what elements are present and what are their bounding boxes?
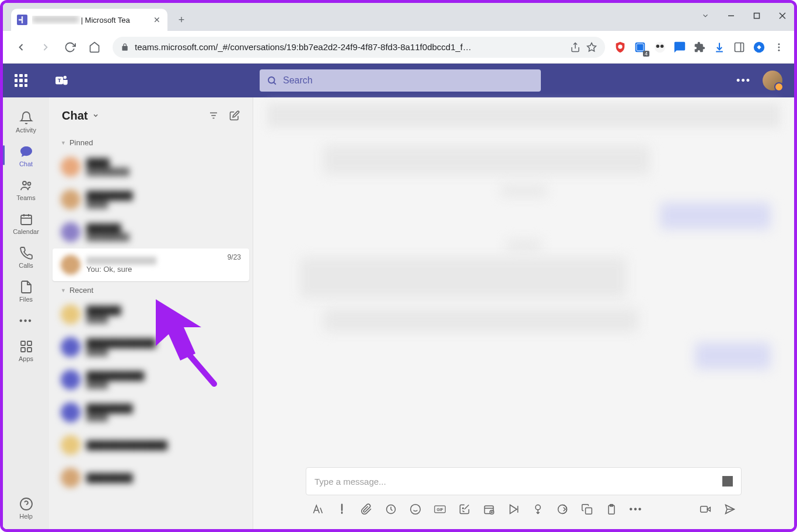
chat-timestamp: 9/23 [228,253,241,261]
ext-chat-icon[interactable] [673,40,687,54]
svg-point-17 [778,43,780,45]
chat-item[interactable]: ██████████ [53,298,249,331]
priority-icon[interactable] [336,503,348,515]
svg-point-22 [64,76,67,79]
minimize-icon[interactable] [726,11,736,20]
extensions-icon[interactable] [693,40,707,54]
send-icon[interactable] [724,503,736,515]
search-bar[interactable] [260,69,541,92]
rail-activity[interactable]: Activity [7,106,46,137]
svg-rect-56 [586,508,592,514]
search-input[interactable] [283,75,534,86]
attach-icon[interactable] [361,503,372,515]
help-icon [19,496,34,512]
rail-calls[interactable]: Calls [7,241,46,272]
teams-header: T ••• [3,64,794,97]
rail-more[interactable]: ••• [7,309,46,332]
svg-point-35 [20,498,32,510]
pinned-section-header[interactable]: ▼ Pinned [49,134,253,150]
window-controls [701,11,787,20]
section-label: Recent [69,286,93,295]
sticker-icon[interactable] [459,503,470,515]
ext-circle-icon[interactable] [752,40,766,54]
chat-list-title: Chat [62,109,88,123]
rail-files[interactable]: Files [7,275,46,306]
new-tab-button[interactable]: + [173,12,190,28]
svg-point-25 [23,181,26,185]
file-icon [19,279,34,295]
emoji-square-icon[interactable] [722,476,733,487]
emoji-icon[interactable] [410,503,421,515]
download-icon[interactable] [712,40,726,54]
chat-item[interactable]: ██████████████ [53,363,249,396]
loop-icon[interactable] [385,503,397,515]
chat-name [86,257,156,265]
chat-item[interactable]: ████████ [53,461,249,494]
chevron-down-icon[interactable] [701,11,710,20]
url-bar[interactable]: teams.microsoft.com/_#/conversations/19:… [113,37,605,58]
user-avatar[interactable] [763,71,782,90]
chat-item[interactable]: ████████████ [53,183,249,216]
more-actions-icon[interactable]: ••• [630,503,642,515]
svg-point-18 [778,46,780,48]
rail-help[interactable]: Help [7,492,46,523]
chat-avatar [61,255,81,275]
chat-item[interactable]: ████████████ [53,150,249,183]
rail-chat[interactable]: Chat [7,139,46,171]
chat-item-selected[interactable]: You: Ok, sure 9/23 [53,249,249,281]
tab-close-icon[interactable]: ✕ [152,15,162,24]
new-chat-icon[interactable] [229,110,240,121]
message-input[interactable] [314,477,722,487]
forward-button[interactable] [36,37,55,57]
chat-item[interactable]: ████████████ [53,396,249,429]
message-list [253,134,794,467]
share-icon[interactable] [570,42,581,52]
chat-item[interactable]: ████████████████ [53,331,249,363]
ext-translate-icon[interactable]: 4 [633,40,647,54]
svg-rect-33 [21,348,25,352]
svg-line-24 [274,82,275,84]
viva-icon[interactable] [557,503,568,515]
ext-ublock-icon[interactable] [613,40,627,54]
svg-point-19 [778,49,780,51]
section-label: Pinned [69,138,93,147]
approvals-icon[interactable] [532,503,544,515]
ext-panda-icon[interactable] [653,40,667,54]
browser-tab[interactable]: | Microsoft Tea ✕ [11,9,167,31]
settings-menu-icon[interactable]: ••• [736,75,751,87]
video-icon[interactable] [700,503,711,515]
svg-marker-52 [510,505,517,514]
close-icon[interactable] [778,11,787,20]
app-launcher-icon[interactable] [15,74,27,87]
recent-section-header[interactable]: ▼ Recent [49,281,253,298]
schedule-icon[interactable] [483,503,495,515]
sidepanel-icon[interactable] [732,40,746,54]
format-icon[interactable] [312,503,323,515]
compose-input-box[interactable] [306,467,742,495]
chat-preview: You: Ok, sure [86,265,222,274]
rail-teams[interactable]: Teams [7,173,46,205]
stream-icon[interactable] [508,503,519,515]
browser-menu-icon[interactable] [772,40,786,54]
chat-item[interactable]: ██████████████ [53,429,249,461]
copy-icon[interactable] [581,503,593,515]
svg-point-12 [660,44,664,48]
gif-icon[interactable]: GIF [434,503,446,515]
rail-apps[interactable]: Apps [7,334,46,366]
triangle-down-icon: ▼ [61,288,66,293]
svg-rect-34 [27,348,32,352]
compose-toolbar: GIF ••• [306,495,742,521]
clipboard-icon[interactable] [606,503,617,515]
maximize-icon[interactable] [752,11,761,20]
more-icon: ••• [19,313,34,328]
home-button[interactable] [85,37,104,57]
filter-icon[interactable] [208,110,219,121]
chat-item[interactable]: ██████████████ [53,216,249,249]
star-icon[interactable] [586,42,597,52]
back-button[interactable] [11,37,31,57]
reload-button[interactable] [60,37,80,57]
chevron-down-icon[interactable] [92,112,99,119]
rail-calendar[interactable]: Calendar [7,207,46,239]
apps-icon [19,339,34,354]
tab-title: | Microsoft Tea [32,16,148,24]
